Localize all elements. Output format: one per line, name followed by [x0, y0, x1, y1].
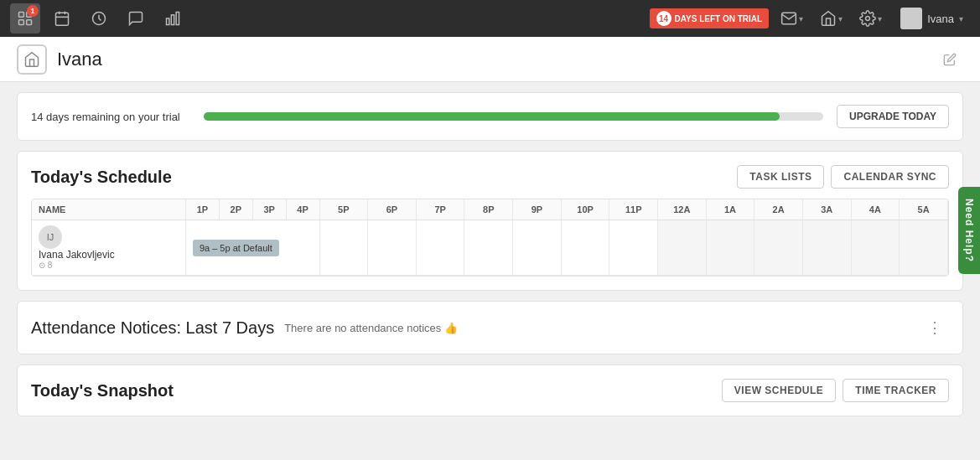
snapshot-card-header: Today's Snapshot VIEW SCHEDULE TIME TRAC… — [31, 379, 949, 402]
time-cell — [851, 220, 900, 276]
col-8p: 8P — [464, 199, 513, 220]
col-7p: 7P — [416, 199, 464, 220]
svg-rect-9 — [167, 18, 169, 25]
table-row: IJ Ivana Jakovljevic ⊙ 8 9a – 5p at Defa… — [32, 220, 948, 276]
shift-block: 9a – 5p at Default — [193, 240, 279, 256]
clock-nav-btn[interactable] — [84, 3, 114, 34]
time-cell — [319, 220, 368, 276]
shift-cell: 9a – 5p at Default — [185, 220, 319, 276]
trial-progress-bar — [204, 112, 823, 121]
store-nav-btn[interactable]: ▾ — [815, 3, 848, 34]
col-9p: 9P — [513, 199, 562, 220]
attendance-card-header: Attendance Notices: Last 7 Days There ar… — [31, 315, 949, 340]
attendance-title-row: Attendance Notices: Last 7 Days There ar… — [31, 318, 458, 338]
time-cell — [416, 220, 464, 276]
employee-name-cell: IJ Ivana Jakovljevic ⊙ 8 — [32, 220, 185, 276]
snapshot-actions: VIEW SCHEDULE TIME TRACKER — [722, 379, 949, 402]
col-12a: 12A — [658, 199, 707, 220]
svg-rect-4 — [56, 13, 69, 25]
time-cell — [802, 220, 851, 276]
user-menu[interactable]: Ivana ▾ — [894, 3, 970, 34]
trial-text: 14 days remaining on your trial — [31, 111, 190, 123]
schedule-card-header: Today's Schedule TASK LISTS CALENDAR SYN… — [31, 165, 949, 189]
time-cell — [561, 220, 609, 276]
trial-badge[interactable]: 14 DAYS LEFT ON TRIAL — [650, 8, 770, 28]
trial-days-num: 14 — [656, 11, 671, 26]
col-11p: 11P — [609, 199, 658, 220]
chart-nav-btn[interactable] — [158, 3, 188, 34]
attendance-notice-text: There are no attendance notices 👍 — [284, 322, 458, 334]
time-tracker-button[interactable]: TIME TRACKER — [843, 379, 949, 402]
view-schedule-button[interactable]: VIEW SCHEDULE — [722, 379, 837, 402]
col-3a: 3A — [802, 199, 851, 220]
svg-rect-2 — [19, 20, 24, 25]
col-4a: 4A — [851, 199, 900, 220]
page-header: Ivana — [0, 37, 980, 82]
page-header-left: Ivana — [17, 44, 102, 75]
main-content: 14 days remaining on your trial UPGRADE … — [0, 82, 980, 426]
attendance-title-bold: Attendance Notices: — [31, 318, 181, 337]
time-cell — [658, 220, 707, 276]
settings-dropdown-arrow: ▾ — [878, 14, 882, 23]
col-3p: 3P — [252, 199, 286, 220]
mail-nav-btn[interactable]: ▾ — [775, 3, 808, 34]
col-6p: 6P — [368, 199, 417, 220]
username-label: Ivana — [927, 13, 954, 25]
time-cell — [609, 220, 658, 276]
snapshot-title: Today's Snapshot — [31, 381, 174, 401]
attendance-card: Attendance Notices: Last 7 Days There ar… — [17, 301, 963, 354]
attendance-subtitle: Last 7 Days — [181, 318, 274, 337]
attendance-title: Attendance Notices: Last 7 Days — [31, 318, 274, 338]
employee-sub: ⊙ 8 — [39, 261, 179, 270]
col-2p: 2P — [219, 199, 252, 220]
col-10p: 10P — [561, 199, 609, 220]
calendar-nav-btn[interactable] — [47, 3, 77, 34]
svg-rect-10 — [171, 15, 174, 25]
col-name: NAME — [32, 199, 185, 220]
avatar: IJ — [39, 225, 62, 249]
schedule-card-actions: TASK LISTS CALENDAR SYNC — [737, 165, 949, 189]
time-cell — [513, 220, 562, 276]
trial-bar-fill — [204, 112, 780, 121]
chat-nav-btn[interactable] — [121, 3, 151, 34]
store-icon — [17, 44, 47, 75]
notification-badge: 1 — [27, 5, 39, 17]
snapshot-card: Today's Snapshot VIEW SCHEDULE TIME TRAC… — [17, 364, 963, 416]
schedule-table-wrap: NAME 1P 2P 3P 4P 5P 6P 7P 8P 9P 10P 11P … — [31, 199, 949, 277]
trial-badge-text: DAYS LEFT ON TRIAL — [675, 14, 763, 23]
top-navigation: 1 14 DAYS LEFT ON TRIAL ▾ ▾ ▾ Ivana ▾ — [0, 0, 980, 37]
employee-name: Ivana Jakovljevic — [39, 249, 179, 261]
edit-button[interactable] — [936, 46, 963, 73]
attendance-more-button[interactable]: ⋮ — [920, 315, 949, 340]
col-5p: 5P — [319, 199, 368, 220]
schedule-card-title: Today's Schedule — [31, 168, 172, 187]
page-title: Ivana — [57, 49, 102, 70]
user-dropdown-arrow: ▾ — [959, 14, 963, 23]
calendar-sync-button[interactable]: CALENDAR SYNC — [831, 165, 949, 189]
time-cell — [900, 220, 948, 276]
svg-rect-11 — [176, 13, 179, 25]
schedule-card: Today's Schedule TASK LISTS CALENDAR SYN… — [17, 151, 963, 291]
schedule-table: NAME 1P 2P 3P 4P 5P 6P 7P 8P 9P 10P 11P … — [32, 199, 948, 276]
time-cell — [754, 220, 803, 276]
trial-banner: 14 days remaining on your trial UPGRADE … — [17, 92, 963, 141]
avatar — [900, 8, 922, 29]
need-help-sidebar[interactable]: Need Help? — [958, 186, 980, 273]
time-cell — [706, 220, 754, 276]
col-1a: 1A — [706, 199, 754, 220]
time-cell — [368, 220, 417, 276]
mail-dropdown-arrow: ▾ — [799, 14, 803, 23]
svg-point-12 — [866, 17, 870, 21]
upgrade-button[interactable]: UPGRADE TODAY — [837, 105, 949, 128]
svg-rect-3 — [27, 20, 32, 25]
dashboard-nav-btn[interactable]: 1 — [10, 3, 40, 34]
store-dropdown-arrow: ▾ — [838, 14, 843, 23]
svg-rect-0 — [19, 13, 24, 18]
col-5a: 5A — [900, 199, 948, 220]
employee-info: Ivana Jakovljevic ⊙ 8 — [39, 249, 179, 270]
col-2a: 2A — [754, 199, 803, 220]
col-4p: 4P — [286, 199, 319, 220]
col-1p: 1P — [185, 199, 219, 220]
task-lists-button[interactable]: TASK LISTS — [737, 165, 824, 189]
settings-nav-btn[interactable]: ▾ — [854, 3, 887, 34]
